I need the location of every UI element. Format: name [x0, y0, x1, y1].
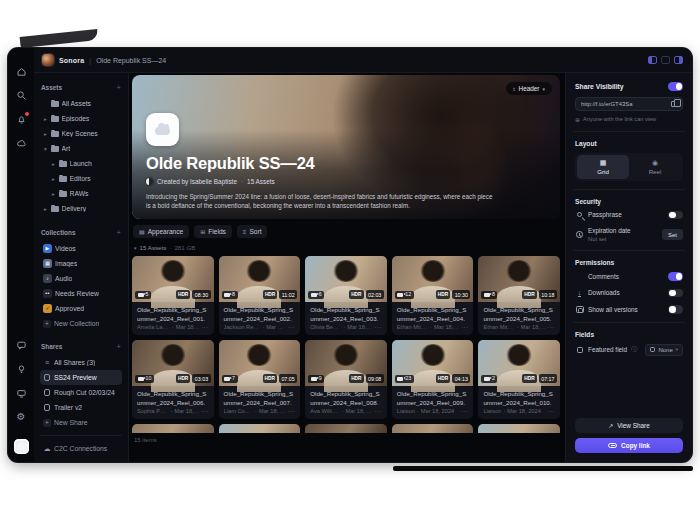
sidebar-item-art[interactable]: ▾Art [40, 141, 122, 156]
more-options-button[interactable]: ··· [461, 408, 468, 414]
more-options-button[interactable]: ··· [288, 408, 295, 414]
sidebar-item-editors[interactable]: ▸Editors [40, 171, 122, 186]
toggle-right-panel-icon[interactable] [674, 56, 683, 64]
asset-card[interactable]: 7 HDR07:05 Olde_Republik_Spring_Summer_2… [219, 340, 301, 419]
hdr-badge: HDR [349, 374, 363, 383]
layout-option-reel[interactable]: ◉ Reel [629, 155, 681, 179]
sidebar-item-ss24-preview[interactable]: SS24 Preview [40, 370, 122, 385]
sidebar-item-videos[interactable]: ▶Videos [40, 241, 122, 256]
set-expiration-button[interactable]: Set [662, 229, 683, 240]
copy-icon[interactable] [671, 101, 676, 107]
asset-card[interactable]: 5 HDR08:30 Olde_Republik_Spring_Summer_2… [132, 256, 214, 335]
sidebar-item-all-shares[interactable]: ≡All Shares (3) [40, 355, 122, 370]
view-share-button[interactable]: ↗ View Share [575, 418, 683, 433]
downloads-toggle[interactable] [668, 289, 683, 298]
sidebar-item-approved[interactable]: ✓Approved [40, 301, 122, 316]
view-toolbar: ▤Appearance ⊞Fields ≡Sort [133, 225, 559, 238]
home-icon[interactable] [16, 66, 27, 77]
share-url[interactable]: http://f.io/erGT43Sa [581, 101, 667, 107]
asset-thumbnail[interactable]: 9 HDR09:08 [305, 340, 387, 386]
asset-thumbnail[interactable]: 23 HDR04:13 [392, 340, 474, 386]
new-collection-button[interactable]: +New Collection [40, 316, 122, 331]
chevron-right-icon[interactable]: ▸ [51, 161, 56, 167]
asset-thumbnail[interactable] [305, 424, 387, 433]
fields-button[interactable]: ⊞Fields [194, 225, 232, 238]
asset-thumbnail[interactable]: 10 HDR03:03 [132, 340, 214, 386]
cloud-upload-icon[interactable] [16, 138, 27, 149]
asset-thumbnail[interactable]: 7 HDR07:05 [219, 340, 301, 386]
sidebar-item-images[interactable]: ▦Images [40, 256, 122, 271]
more-options-button[interactable]: ··· [375, 408, 382, 414]
asset-thumbnail[interactable]: 6 HDR02:03 [305, 256, 387, 302]
sidebar-item-trailer-v2[interactable]: Trailer v2 [40, 400, 122, 415]
asset-card[interactable]: 8 HDR11:02 Olde_Republik_Spring_Summer_2… [219, 256, 301, 335]
more-options-button[interactable]: ··· [288, 324, 295, 330]
sort-button[interactable]: ≡Sort [237, 225, 268, 238]
copy-link-button[interactable]: Copy link [575, 438, 683, 453]
asset-thumbnail[interactable] [392, 424, 474, 433]
asset-card[interactable]: 12 HDR10:30 Olde_Republik_Spring_Summer_… [392, 256, 474, 335]
header-settings-button[interactable]: ↕ Header ▾ [506, 82, 552, 95]
sidebar-item-delivery[interactable]: ▸Delivery [40, 201, 122, 216]
passphrase-toggle[interactable] [668, 211, 683, 220]
comments-toggle[interactable] [668, 272, 683, 281]
asset-thumbnail[interactable]: 12 HDR10:30 [392, 256, 474, 302]
workspace-avatar[interactable] [14, 439, 29, 454]
sidebar-item-all-assets[interactable]: All Assets [40, 96, 122, 111]
chat-icon[interactable] [16, 340, 27, 351]
sidebar-item-key-scenes[interactable]: ▸Key Scenes [40, 126, 122, 141]
asset-summary-row[interactable]: ▾ 15 Assets · 281 GB [134, 244, 558, 251]
sidebar-item-audio[interactable]: ♪Audio [40, 271, 122, 286]
more-options-button[interactable]: ··· [548, 408, 555, 414]
notifications-bell-icon[interactable] [16, 114, 27, 125]
more-options-button[interactable]: ··· [375, 324, 382, 330]
asset-thumbnail[interactable]: 2 HDR07:17 [478, 340, 560, 386]
sidebar-item-episodes[interactable]: ▸Episodes [40, 111, 122, 126]
asset-thumbnail[interactable] [219, 424, 301, 433]
c2c-connections-item[interactable]: ☁C2C Connections [40, 441, 122, 456]
more-options-button[interactable]: ··· [201, 324, 208, 330]
share-visibility-toggle[interactable] [668, 82, 683, 91]
add-share-button[interactable]: + [117, 342, 121, 351]
asset-card[interactable]: 9 HDR09:08 Olde_Republik_Spring_Summer_2… [305, 340, 387, 419]
sidebar-item-rough-cut[interactable]: Rough Cut 02/03/24 [40, 385, 122, 400]
more-options-button[interactable]: ··· [461, 324, 468, 330]
sidebar-item-raws[interactable]: ▸RAWs [40, 186, 122, 201]
layout-option-grid[interactable]: ▦ Grid [577, 155, 629, 179]
toggle-center-panel-icon[interactable] [661, 56, 670, 64]
chevron-down-icon[interactable]: ▾ [43, 146, 48, 152]
chevron-right-icon[interactable]: ▸ [43, 206, 48, 212]
asset-card[interactable]: 2 HDR07:17 Olde_Republik_Spring_Summer_2… [478, 340, 560, 419]
asset-card[interactable]: 8 HDR10:18 Olde_Republik_Spring_Summer_2… [478, 256, 560, 335]
search-icon[interactable] [16, 90, 27, 101]
app-logo[interactable] [42, 54, 54, 66]
asset-thumbnail[interactable]: 8 HDR10:18 [478, 256, 560, 302]
new-share-button[interactable]: +New Share [40, 415, 122, 430]
sidebar-item-needs-review[interactable]: ••Needs Review [40, 286, 122, 301]
asset-card[interactable]: 23 HDR04:13 Olde_Republik_Spring_Summer_… [392, 340, 474, 419]
asset-thumbnail[interactable] [132, 424, 214, 433]
settings-gear-icon[interactable]: ⚙ [17, 412, 26, 422]
lightbulb-icon[interactable] [16, 364, 27, 375]
screen-icon[interactable] [16, 388, 27, 399]
share-link-field[interactable]: http://f.io/erGT43Sa [575, 97, 683, 111]
divider [573, 189, 685, 190]
more-options-button[interactable]: ··· [201, 408, 208, 414]
more-options-button[interactable]: ··· [548, 324, 555, 330]
chevron-right-icon[interactable]: ▸ [43, 131, 48, 137]
asset-card[interactable]: 6 HDR02:03 Olde_Republik_Spring_Summer_2… [305, 256, 387, 335]
asset-card[interactable]: 10 HDR03:03 Olde_Republik_Spring_Summer_… [132, 340, 214, 419]
appearance-button[interactable]: ▤Appearance [133, 225, 189, 238]
chevron-right-icon[interactable]: ▸ [43, 116, 48, 122]
add-collection-button[interactable]: + [117, 228, 121, 237]
toggle-left-panel-icon[interactable] [648, 56, 657, 64]
featured-field-dropdown[interactable]: None ▾ [645, 344, 683, 356]
chevron-right-icon[interactable]: ▸ [51, 176, 56, 182]
add-asset-button[interactable]: + [117, 83, 121, 92]
sidebar-item-launch[interactable]: ▸Launch [40, 156, 122, 171]
show-all-versions-toggle[interactable] [668, 305, 683, 314]
asset-thumbnail[interactable]: 5 HDR08:30 [132, 256, 214, 302]
asset-thumbnail[interactable] [478, 424, 560, 433]
asset-thumbnail[interactable]: 8 HDR11:02 [219, 256, 301, 302]
chevron-right-icon[interactable]: ▸ [51, 191, 56, 197]
